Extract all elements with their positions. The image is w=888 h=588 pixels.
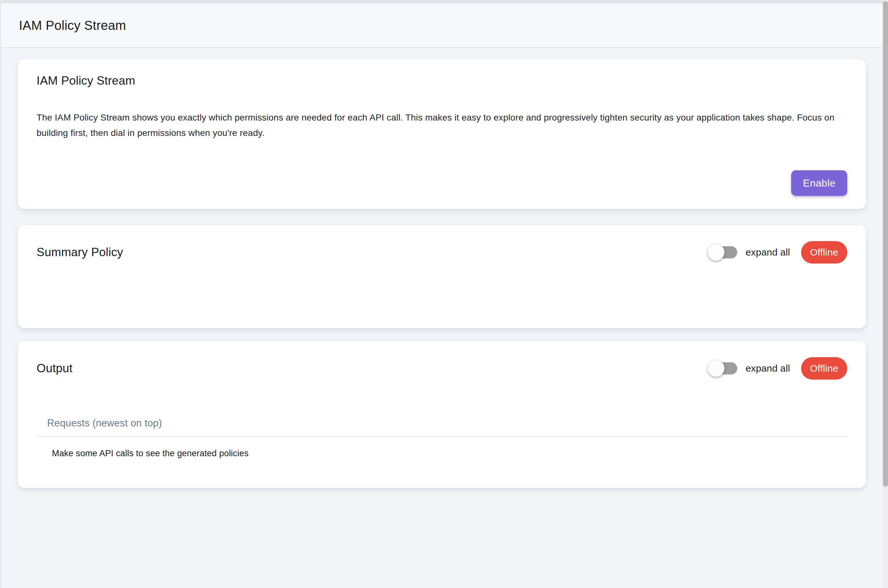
- toggle-thumb-icon: [708, 244, 724, 261]
- iam-policy-stream-intro-card: IAM Policy Stream The IAM Policy Stream …: [18, 59, 866, 209]
- output-header-row: Output expand all Offline: [36, 356, 847, 381]
- requests-heading: Requests (newest on top): [36, 416, 847, 430]
- enable-button[interactable]: Enable: [791, 170, 847, 196]
- page-title: IAM Policy Stream: [19, 18, 126, 33]
- output-expand-all-label: expand all: [746, 363, 790, 374]
- intro-card-description: The IAM Policy Stream shows you exactly …: [36, 110, 847, 141]
- summary-policy-header-row: Summary Policy expand all Offline: [36, 240, 847, 265]
- intro-card-actions: Enable: [36, 170, 847, 196]
- requests-divider: [36, 436, 847, 436]
- output-expand-all-toggle[interactable]: [710, 362, 737, 375]
- page-header: IAM Policy Stream: [0, 3, 883, 48]
- output-card: Output expand all Offline Requests (newe…: [18, 341, 866, 488]
- vertical-scrollbar-track[interactable]: [883, 0, 888, 588]
- summary-expand-all-toggle[interactable]: [710, 246, 737, 259]
- intro-card-title: IAM Policy Stream: [36, 74, 847, 87]
- window-left-edge: [0, 0, 1, 588]
- output-title: Output: [36, 362, 710, 375]
- toggle-thumb-icon: [708, 360, 724, 377]
- summary-policy-card: Summary Policy expand all Offline: [18, 225, 866, 328]
- main-content: IAM Policy Stream The IAM Policy Stream …: [0, 49, 883, 588]
- output-status-badge: Offline: [801, 357, 847, 380]
- window-top-edge: [0, 0, 883, 3]
- summary-status-badge: Offline: [801, 241, 847, 264]
- vertical-scrollbar-thumb[interactable]: [883, 1, 888, 487]
- requests-empty-message: Make some API calls to see the generated…: [36, 447, 847, 460]
- summary-expand-all-label: expand all: [746, 247, 790, 258]
- summary-policy-title: Summary Policy: [36, 246, 710, 259]
- requests-section: Requests (newest on top) Make some API c…: [36, 416, 847, 460]
